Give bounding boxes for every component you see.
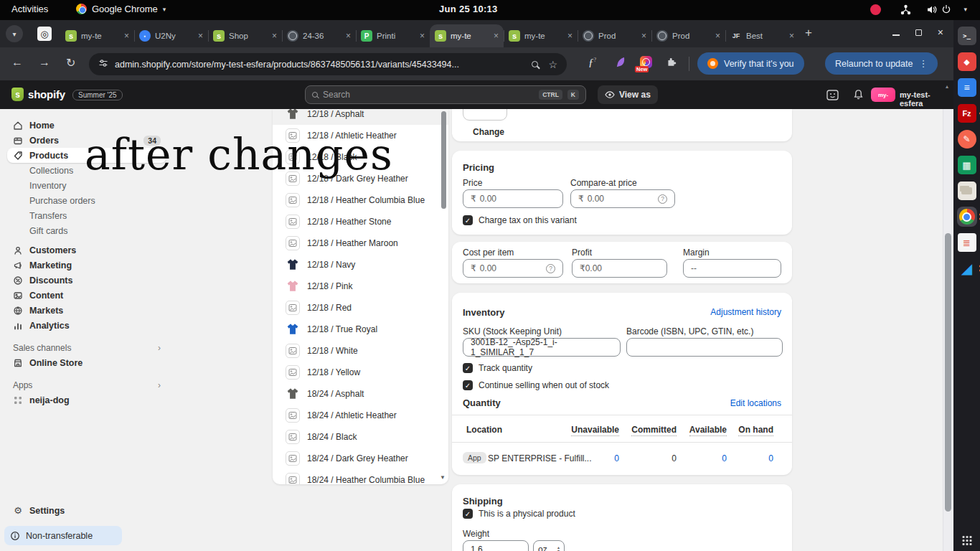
browser-tab[interactable]: 24-36 × [282, 24, 356, 47]
wordpad-dock-icon[interactable] [957, 232, 977, 253]
tab-close-icon[interactable]: × [494, 31, 499, 41]
back-button[interactable]: ← [11, 56, 23, 69]
restore-button[interactable] [915, 29, 922, 36]
tab-search-icon[interactable]: ▾ [6, 25, 23, 42]
stepper-arrows-icon[interactable]: ▴▾ [557, 546, 560, 551]
help-icon[interactable]: ? [658, 194, 667, 204]
extensions-puzzle-icon[interactable] [666, 56, 677, 70]
font-extension-icon[interactable]: ƒ? [588, 57, 596, 69]
clock[interactable]: Jun 25 10:13 [439, 4, 498, 14]
charge-tax-row[interactable]: ✓ Charge tax on this variant [463, 215, 577, 225]
files-dock-icon[interactable] [957, 181, 977, 201]
text-editor-dock-icon[interactable] [957, 129, 977, 149]
continue-selling-row[interactable]: ✓ Continue selling when out of stock [463, 380, 609, 390]
reload-button[interactable]: ↻ [66, 56, 75, 70]
sidebar-item-online-store[interactable]: Online Store [7, 355, 166, 370]
address-bar[interactable]: admin.shopify.com/store/my-test-esfera/p… [89, 53, 567, 75]
verify-button[interactable]: Verify that it's you [697, 52, 804, 75]
vscode-dock-icon[interactable] [957, 258, 977, 278]
browser-tab[interactable]: my-te × [504, 24, 578, 47]
notifications-bell-icon[interactable] [853, 89, 864, 103]
checkbox-checked[interactable]: ✓ [463, 509, 473, 519]
search-input[interactable] [323, 90, 534, 100]
sidebar-item-discounts[interactable]: Discounts [7, 273, 166, 288]
network-icon[interactable] [900, 4, 911, 17]
variant-image-box[interactable] [463, 109, 507, 121]
sidebar-item-transfers[interactable]: Transfers [7, 208, 166, 223]
physical-product-row[interactable]: ✓ This is a physical product [463, 509, 575, 519]
tray-chevron-icon[interactable]: ▾ [963, 6, 967, 13]
change-image-button[interactable]: Change [473, 127, 504, 137]
sidebar-item-gift-cards[interactable]: Gift cards [7, 223, 166, 238]
committed-column-header[interactable]: Committed [631, 425, 677, 436]
variant-row[interactable]: 12/18 / White [273, 340, 448, 362]
checkbox-checked[interactable]: ✓ [463, 363, 473, 373]
sidebar-item-customers[interactable]: Customers [7, 242, 166, 258]
variant-row[interactable]: 12/18 / Pink [273, 276, 448, 297]
chrome-dock-icon[interactable] [957, 207, 977, 227]
tab-close-icon[interactable]: × [420, 31, 425, 41]
relaunch-button[interactable]: Relaunch to update ⋮ [825, 52, 938, 75]
track-quantity-row[interactable]: ✓ Track quantity [463, 363, 532, 373]
sku-field[interactable]: 3001B-12_-Asp25-1_i-1_SIMILAR_1_7 [463, 338, 621, 357]
tab-close-icon[interactable]: × [641, 31, 646, 41]
forward-button[interactable]: → [39, 56, 50, 69]
tab-close-icon[interactable]: × [715, 31, 720, 41]
cost-field[interactable]: ₹ 0.00 ? [463, 259, 563, 278]
url-text[interactable]: admin.shopify.com/store/my-test-esfera/p… [115, 60, 459, 70]
variant-row[interactable]: 12/18 / Yellow [273, 362, 448, 383]
scrollbar-thumb[interactable] [945, 233, 951, 512]
tab-close-icon[interactable]: × [272, 31, 277, 41]
bookmark-star-icon[interactable]: ☆ [548, 59, 557, 70]
on-hand-column-header[interactable]: On hand [738, 425, 773, 436]
terminal-dock-icon[interactable] [957, 26, 977, 46]
variant-row[interactable]: 12/18 / Heather Stone [273, 211, 448, 232]
browser-tab[interactable]: Printi × [356, 24, 430, 47]
minimize-button[interactable] [892, 34, 900, 36]
pinned-tab[interactable]: ◎ [37, 27, 52, 41]
quill-extension-icon[interactable] [614, 57, 626, 71]
compare-at-field[interactable]: ₹ 0.00 ? [570, 189, 675, 208]
sidebar-item-neija-dog[interactable]: neija-dog [7, 392, 166, 408]
unavailable-value-link[interactable]: 0 [614, 453, 619, 463]
checkbox-checked[interactable]: ✓ [463, 380, 473, 390]
sidebar-item-inventory[interactable]: Inventory [7, 178, 166, 193]
show-applications-icon[interactable] [962, 536, 971, 545]
variant-row[interactable]: 12/18 / Navy [273, 254, 448, 276]
variant-row[interactable]: 12/18 / Asphalt [273, 109, 448, 125]
variant-row[interactable]: 18/24 / Black [273, 426, 448, 448]
unavailable-column-header[interactable]: Unavailable [571, 425, 619, 436]
close-window-button[interactable]: × [938, 29, 943, 36]
variant-row[interactable]: 12/18 / True Royal [273, 319, 448, 340]
margin-field[interactable]: -- [683, 259, 781, 278]
sidebar-item-content[interactable]: Content [7, 288, 166, 303]
sales-channels-header[interactable]: Sales channels › [7, 341, 166, 355]
on-hand-value-link[interactable]: 0 [768, 453, 773, 463]
sidebar-item-markets[interactable]: Markets [7, 303, 166, 318]
browser-tab[interactable]: my-te × [60, 24, 134, 47]
price-field[interactable]: ₹ 0.00 [463, 189, 563, 208]
do-not-disturb-icon[interactable] [870, 4, 881, 15]
available-value-link[interactable]: 0 [722, 453, 727, 463]
variant-row[interactable]: 12/18 / Heather Maroon [273, 232, 448, 254]
shopify-logo[interactable]: s shopify [11, 88, 65, 101]
activities-button[interactable]: Activities [11, 4, 48, 14]
variant-row[interactable]: 18/24 / Athletic Heather [273, 405, 448, 426]
avatar[interactable]: my- [871, 88, 895, 102]
admin-search-bar[interactable]: CTRL K [305, 85, 586, 104]
new-tab-button[interactable]: + [805, 26, 812, 40]
checkbox-checked[interactable]: ✓ [463, 215, 473, 225]
document-dock-icon[interactable] [957, 77, 977, 98]
browser-tab[interactable]: Prod × [651, 24, 725, 47]
sidebar-item-settings[interactable]: ⚙ Settings [7, 503, 129, 518]
barcode-field[interactable] [626, 338, 783, 357]
menu-dots-icon[interactable]: ⋮ [918, 58, 928, 69]
adjustment-history-link[interactable]: Adjustment history [710, 307, 781, 317]
profit-field[interactable]: ₹0.00 [572, 259, 667, 278]
browser-scrollbar[interactable]: ▴ [943, 80, 953, 551]
release-badge[interactable]: Summer '25 [72, 90, 123, 100]
spreadsheet-dock-icon[interactable] [957, 155, 977, 175]
app-menu[interactable]: Google Chrome ▾ [76, 4, 166, 14]
tab-close-icon[interactable]: × [346, 31, 351, 41]
volume-icon[interactable] [926, 4, 937, 17]
